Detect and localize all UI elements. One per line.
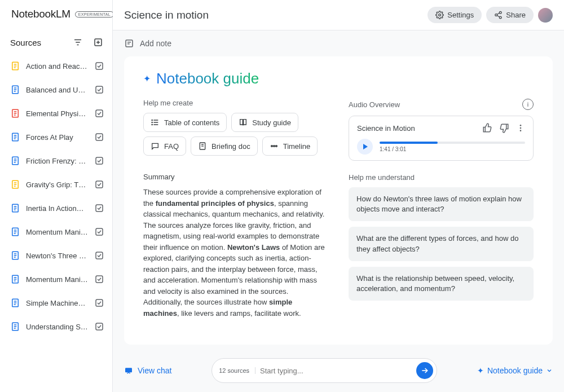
source-label: Momentum Mania: Inves… [26, 228, 89, 236]
svg-rect-20 [96, 110, 103, 117]
checkbox-icon[interactable] [94, 132, 104, 142]
source-label: Momentum Mania: Inves… [26, 275, 89, 284]
source-item[interactable]: Elemental Physics, Third… [0, 102, 112, 125]
play-button[interactable] [357, 139, 373, 155]
source-item[interactable]: Action and Reaction [0, 54, 112, 78]
question-3[interactable]: What is the relationship between speed, … [349, 267, 534, 301]
document-icon [10, 250, 20, 261]
chip-faq-label: FAQ [164, 142, 179, 151]
send-button[interactable] [416, 362, 433, 379]
checkbox-icon[interactable] [94, 156, 104, 166]
notebook-card: ✦ Notebook guide Help me create Table of… [124, 56, 553, 345]
help-create-label: Help me create [143, 99, 328, 107]
source-item[interactable]: Newton's Three Laws… [0, 244, 112, 267]
avatar[interactable] [538, 8, 553, 23]
checkbox-icon[interactable] [94, 298, 104, 308]
chip-briefing-label: Briefing doc [211, 142, 250, 151]
add-note-button[interactable]: Add note [124, 38, 553, 49]
svg-point-69 [500, 16, 502, 19]
svg-point-79 [152, 122, 152, 122]
svg-point-78 [152, 120, 152, 120]
source-label: Elemental Physics, Third… [26, 109, 89, 118]
checkbox-icon[interactable] [94, 179, 104, 190]
audio-track-name: Science in Motion [357, 124, 415, 133]
document-icon [10, 85, 20, 95]
source-item[interactable]: Simple Machines Make… [0, 291, 112, 315]
play-icon [363, 144, 368, 149]
checkbox-icon[interactable] [94, 108, 104, 118]
checkbox-icon[interactable] [94, 85, 104, 95]
svg-point-80 [152, 124, 152, 125]
svg-rect-45 [96, 228, 103, 235]
svg-rect-10 [96, 63, 103, 69]
gear-icon [435, 11, 444, 19]
help-understand-label: Help me understand [349, 173, 534, 182]
source-label: Simple Machines Make… [26, 299, 89, 307]
audio-progress-bar[interactable] [380, 142, 525, 144]
source-item[interactable]: Balanced and Unbalance… [0, 78, 112, 102]
chip-faq[interactable]: FAQ [143, 136, 186, 156]
svg-point-88 [520, 125, 522, 126]
notebook-guide-title: Notebook guide [156, 70, 259, 87]
source-label: Gravity's Grip: The Forc… [26, 180, 89, 189]
share-button[interactable]: Share [486, 7, 534, 23]
thumbs-down-icon[interactable] [499, 123, 509, 133]
chevron-down-icon [546, 367, 553, 374]
app-name: NotebookLM [11, 8, 70, 20]
source-label: Forces At Play [26, 133, 89, 142]
doc-icon [198, 142, 207, 151]
share-label: Share [506, 11, 526, 19]
checkbox-icon[interactable] [94, 274, 104, 284]
chip-timeline-label: Timeline [283, 142, 311, 151]
checkbox-icon[interactable] [94, 203, 104, 213]
sources-heading: Sources [10, 38, 41, 47]
settings-button[interactable]: Settings [428, 7, 482, 23]
source-label: Newton's Three Laws… [26, 252, 89, 260]
svg-point-67 [500, 11, 502, 14]
more-vert-icon[interactable] [516, 124, 525, 133]
source-item[interactable]: Friction Frenzy: Explorin… [0, 149, 112, 173]
document-icon [10, 298, 20, 308]
question-2[interactable]: What are the different types of forces, … [349, 227, 534, 261]
add-source-icon[interactable] [92, 36, 104, 49]
chip-briefing[interactable]: Briefing doc [191, 136, 258, 156]
info-icon[interactable]: i [522, 99, 534, 110]
share-icon [494, 11, 503, 19]
chip-study-label: Study guide [252, 118, 291, 127]
chip-toc[interactable]: Table of contents [143, 113, 227, 132]
prompt-bar: 12 sources [211, 358, 437, 383]
source-item[interactable]: Understanding Speed, Ve… [0, 315, 112, 338]
chip-timeline[interactable]: Timeline [262, 136, 318, 156]
checkbox-icon[interactable] [94, 321, 104, 332]
checkbox-icon[interactable] [94, 227, 104, 237]
svg-point-68 [495, 14, 497, 16]
source-item[interactable]: Forces At Play [0, 125, 112, 149]
svg-line-71 [497, 15, 500, 17]
checkbox-icon[interactable] [94, 250, 104, 261]
document-icon [10, 61, 20, 71]
view-chat-button[interactable]: View chat [124, 366, 171, 375]
svg-rect-35 [96, 181, 103, 188]
document-icon [10, 132, 20, 142]
svg-rect-40 [96, 205, 103, 212]
audio-overview-label: Audio Overview [349, 100, 400, 109]
question-1[interactable]: How do Newton's three laws of motion exp… [349, 187, 534, 221]
source-item[interactable]: Momentum Mania: Inves… [0, 267, 112, 291]
notebook-guide-link[interactable]: ✦ Notebook guide [477, 366, 553, 375]
svg-rect-50 [96, 252, 103, 259]
chip-toc-label: Table of contents [164, 118, 219, 127]
document-icon [10, 108, 20, 118]
source-label: Action and Reaction [26, 62, 89, 71]
thumbs-up-icon[interactable] [482, 123, 492, 133]
source-item[interactable]: Gravity's Grip: The Forc… [0, 173, 112, 196]
bottombar: View chat 12 sources ✦ Notebook guide [113, 353, 564, 392]
svg-rect-25 [96, 134, 103, 140]
prompt-input[interactable] [260, 367, 412, 375]
chip-study[interactable]: Study guide [231, 113, 298, 132]
source-item[interactable]: Momentum Mania: Inves… [0, 220, 112, 244]
filter-icon[interactable] [72, 36, 84, 49]
sources-count: 12 sources [219, 367, 255, 374]
svg-rect-15 [96, 86, 103, 93]
source-item[interactable]: Inertia In Action… [0, 196, 112, 220]
checkbox-icon[interactable] [94, 61, 104, 71]
